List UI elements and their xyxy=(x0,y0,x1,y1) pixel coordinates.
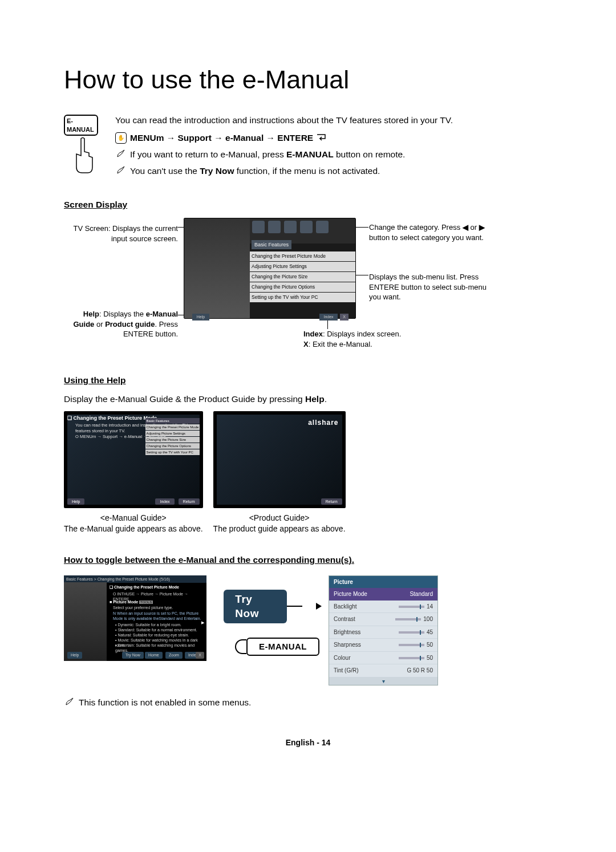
osd-picture-menu: Picture Picture ModeStandard Backlight14… xyxy=(329,575,438,686)
arrow-right-icon xyxy=(316,603,322,610)
submenu-item: Changing the Picture Size xyxy=(250,272,355,282)
intro-text: You can read the introduction and instru… xyxy=(115,115,552,127)
menu-path: ✋ MENUm → Support → e-Manual → ENTERE xyxy=(115,132,552,144)
submenu-item: Changing the Picture Options xyxy=(250,282,355,292)
final-note: This function is not enabled in some men… xyxy=(79,697,251,709)
note-2: You can't use the Try Now function, if t… xyxy=(130,165,380,177)
submenu-item: Setting up the TV with Your PC xyxy=(250,293,355,302)
category-icon xyxy=(316,221,329,233)
emanual-badge: E-MANUAL xyxy=(64,115,98,136)
section-screen-display: Screen Display xyxy=(64,199,552,211)
note-1: If you want to return to e-Manual, press… xyxy=(130,149,405,161)
pointing-hand-icon xyxy=(64,136,98,176)
section-toggle: How to toggle between the e-Manual and t… xyxy=(64,554,552,566)
category-label: Basic Features xyxy=(252,240,291,249)
callout-index: Index: Displays index screen. X: Exit th… xyxy=(303,329,446,349)
mini-emanual-screen: Basic Features > Changing the Preset Pic… xyxy=(64,575,206,661)
index-button-mock: Index xyxy=(319,314,338,320)
section-using-help: Using the Help xyxy=(64,375,552,387)
note-icon xyxy=(64,697,75,706)
tv-screen-mock: Basic Features Changing the Preset Pictu… xyxy=(184,218,356,319)
page-footer: English - 14 xyxy=(64,737,552,748)
help-button-mock: Help xyxy=(192,314,209,320)
close-button-mock: X xyxy=(340,314,348,320)
allshare-logo: allshare xyxy=(308,418,338,427)
caption-emanual-guide: <e-Manual Guide>The e-Manual guide appea… xyxy=(64,513,203,534)
note-icon xyxy=(115,165,127,175)
category-icon xyxy=(300,221,313,233)
product-guide-panel: allshare Return xyxy=(213,411,346,508)
category-icon xyxy=(284,221,297,233)
callout-help: Help: Displays the e-Manual Guide or Pro… xyxy=(64,309,178,339)
page-title: How to use the e-Manual xyxy=(64,63,552,98)
try-now-pill: Try Now xyxy=(224,590,286,623)
caption-product-guide: <Product Guide>The product guide appears… xyxy=(213,513,346,534)
diagram-screen-display: TV Screen: Displays the current input so… xyxy=(64,218,552,355)
emanual-guide-panel: ❑ Changing the Preset Picture Mode You c… xyxy=(64,411,203,508)
callout-category: Change the category. Press ◀ or ▶ button… xyxy=(369,222,489,242)
callout-tv-screen: TV Screen: Displays the current input so… xyxy=(64,224,178,244)
enter-icon xyxy=(317,134,327,142)
emanual-pill: E-MANUAL xyxy=(246,638,319,656)
category-icon xyxy=(268,221,281,233)
category-icon xyxy=(252,221,265,233)
submenu-item: Changing the Preset Picture Mode xyxy=(250,251,355,261)
remote-button-icon: ✋ xyxy=(115,132,127,144)
submenu-item: Adjusting Picture Settings xyxy=(250,262,355,271)
note-icon xyxy=(115,149,127,158)
callout-submenu: Displays the sub-menu list. Press ENTERE… xyxy=(369,272,489,302)
using-help-text: Display the e-Manual Guide & the Product… xyxy=(64,393,552,405)
remote-finger-illustration: E-MANUAL xyxy=(64,115,98,180)
return-curve-icon xyxy=(235,639,246,654)
